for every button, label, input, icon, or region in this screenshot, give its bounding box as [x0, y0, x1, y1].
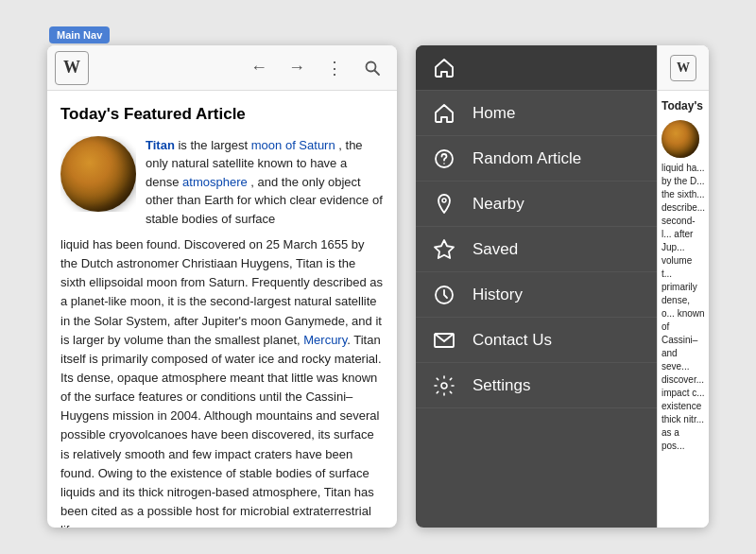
main-nav-badge: Main Nav — [49, 26, 110, 43]
nav-history-label: History — [472, 286, 523, 304]
back-button[interactable]: ← — [242, 51, 276, 85]
pin-icon — [431, 191, 457, 217]
nav-item-nearby[interactable]: Nearby — [416, 182, 657, 227]
sliver-wiki-logo: W — [670, 55, 696, 81]
nav-nearby-label: Nearby — [472, 195, 524, 214]
question-icon — [431, 146, 457, 172]
nav-home-label: Home — [472, 104, 515, 123]
wiki-logo: W — [55, 51, 89, 85]
svg-point-8 — [441, 383, 447, 389]
forward-button[interactable]: → — [280, 51, 314, 85]
nav-item-history[interactable]: History — [416, 272, 657, 318]
titan-link[interactable]: Titan — [146, 138, 175, 152]
moon-saturn-link[interactable]: moon of Saturn — [251, 138, 335, 152]
nav-item-settings[interactable]: Settings — [416, 363, 657, 408]
panels-container: W ← → ⋮ Today's Featured Article Titan — [0, 0, 756, 554]
search-button[interactable] — [355, 51, 389, 85]
mercury-link[interactable]: Mercury — [303, 333, 347, 347]
nav-item-contact[interactable]: Contact Us — [416, 318, 657, 363]
clock-icon — [431, 282, 457, 308]
nav-panel: Home Random Article — [416, 45, 657, 528]
home-icon — [431, 100, 457, 127]
sliver-text: liquid ha... by the D... the sixth... de… — [662, 162, 705, 453]
header-home-icon — [431, 55, 457, 81]
nav-saved-label: Saved — [472, 240, 518, 259]
gear-icon — [431, 372, 457, 399]
atmosphere-link[interactable]: atmosphere — [182, 175, 248, 189]
svg-point-3 — [443, 163, 445, 164]
titan-sphere — [60, 136, 136, 212]
intro-text-1: is the largest — [178, 138, 250, 152]
titan-image — [60, 136, 136, 212]
article-body: Titan is the largest moon of Saturn , th… — [60, 136, 384, 229]
nav-contact-label: Contact Us — [472, 331, 552, 350]
nav-settings-label: Settings — [472, 376, 530, 395]
right-phone-frame: Home Random Article — [416, 45, 709, 528]
left-phone-frame: W ← → ⋮ Today's Featured Article Titan — [47, 45, 397, 528]
menu-button[interactable]: ⋮ — [318, 51, 352, 85]
nav-header — [416, 45, 657, 91]
article-intro: Titan is the largest moon of Saturn , th… — [146, 136, 384, 229]
article-content: Today's Featured Article Titan is the la… — [47, 91, 397, 528]
sliver-title: Today's — [662, 98, 705, 114]
nav-item-home[interactable]: Home — [416, 91, 657, 136]
article-title: Today's Featured Article — [60, 102, 384, 127]
nav-item-random[interactable]: Random Article — [416, 136, 657, 182]
svg-marker-5 — [435, 240, 454, 258]
wiki-toolbar: W ← → ⋮ — [47, 45, 397, 91]
svg-point-4 — [442, 199, 446, 202]
sliver-sphere — [662, 120, 699, 158]
star-icon — [431, 236, 457, 263]
right-sliver: W Today's liquid ha... by the D... the s… — [657, 45, 709, 528]
svg-line-1 — [375, 70, 380, 75]
sliver-content: Today's liquid ha... by the D... the six… — [658, 91, 709, 460]
article-full-text: liquid has been found. Discovered on 25 … — [60, 235, 384, 528]
mail-icon — [431, 327, 457, 354]
nav-random-label: Random Article — [472, 149, 581, 168]
nav-item-saved[interactable]: Saved — [416, 227, 657, 272]
sliver-toolbar: W — [658, 45, 709, 91]
